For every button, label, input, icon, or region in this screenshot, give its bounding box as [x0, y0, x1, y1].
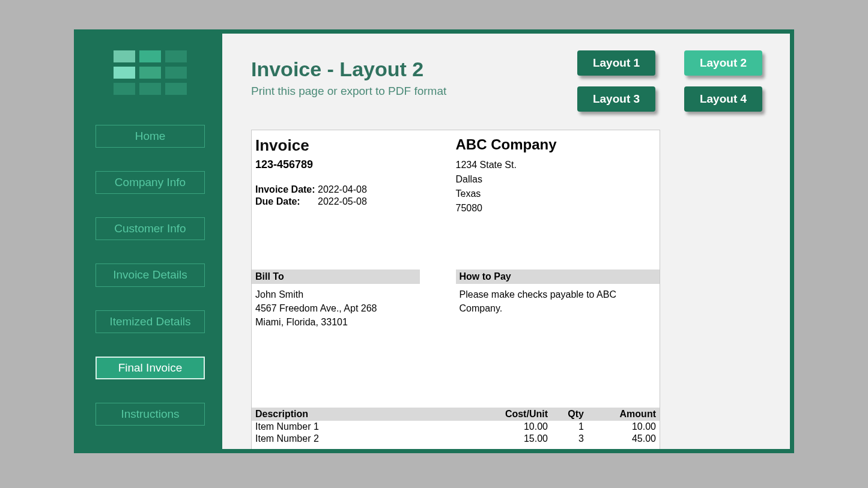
layout-3-button[interactable]: Layout 3 [577, 86, 655, 112]
item-cost: 15.00 [476, 433, 548, 444]
layout-buttons: Layout 1 Layout 2 Layout 3 Layout 4 [577, 50, 762, 112]
bill-to-line: 4567 Freedom Ave., Apt 268 [255, 301, 420, 315]
layout-2-button[interactable]: Layout 2 [684, 50, 762, 76]
company-name: ABC Company [456, 136, 657, 153]
main-content: Invoice - Layout 2 Print this page or ex… [222, 34, 790, 449]
company-address-line: 1234 State St. [456, 158, 657, 172]
due-date-value: 2022-05-08 [318, 196, 367, 207]
how-to-pay-heading: How to Pay [456, 270, 660, 284]
bill-to-heading: Bill To [252, 270, 420, 284]
page-title: Invoice - Layout 2 [251, 58, 577, 81]
logo-icon [114, 50, 187, 95]
item-qty: 1 [548, 421, 584, 432]
due-date-label: Due Date: [255, 196, 318, 207]
sidebar: Home Company Info Customer Info Invoice … [78, 34, 222, 449]
item-amount: 10.00 [584, 421, 656, 432]
sidebar-item-label: Home [135, 130, 166, 143]
col-cost-unit: Cost/Unit [476, 409, 548, 420]
col-amount: Amount [584, 409, 656, 420]
layout-4-button[interactable]: Layout 4 [684, 86, 762, 112]
sidebar-item-instructions[interactable]: Instructions [96, 403, 205, 426]
invoice-heading: Invoice [255, 136, 456, 155]
sidebar-item-label: Itemized Details [109, 315, 190, 328]
title-block: Invoice - Layout 2 Print this page or ex… [251, 50, 577, 98]
sidebar-item-final-invoice[interactable]: Final Invoice [96, 357, 205, 379]
sidebar-item-label: Instructions [121, 408, 179, 421]
bill-to-line: Miami, Florida, 33101 [255, 315, 420, 329]
sidebar-item-label: Company Info [115, 176, 186, 189]
invoice-date-label: Invoice Date: [255, 184, 318, 195]
sidebar-item-itemized-details[interactable]: Itemized Details [96, 310, 205, 333]
invoice-number: 123-456789 [255, 158, 456, 171]
item-desc: Item Number 2 [255, 433, 476, 444]
header-row: Invoice - Layout 2 Print this page or ex… [251, 50, 768, 112]
table-row: Item Number 1 10.00 1 10.00 [252, 421, 660, 433]
page-subtitle: Print this page or export to PDF format [251, 85, 577, 98]
table-row: Item Number 2 15.00 3 45.00 [252, 433, 660, 445]
sidebar-item-company-info[interactable]: Company Info [96, 171, 205, 194]
how-to-pay-body: Please make checks payable to ABC Compan… [456, 284, 660, 315]
company-address-line: Texas [456, 187, 657, 201]
company-address-line: Dallas [456, 172, 657, 187]
company-address-line: 75080 [456, 201, 657, 215]
layout-1-button[interactable]: Layout 1 [577, 50, 655, 76]
item-qty: 3 [548, 433, 584, 444]
sidebar-item-invoice-details[interactable]: Invoice Details [96, 264, 205, 286]
items-header-row: Description Cost/Unit Qty Amount [252, 408, 660, 421]
invoice-date-value: 2022-04-08 [318, 184, 367, 195]
sidebar-item-customer-info[interactable]: Customer Info [96, 217, 205, 240]
col-description: Description [255, 409, 476, 420]
bill-to-line: John Smith [255, 288, 420, 301]
sidebar-item-home[interactable]: Home [96, 125, 205, 148]
invoice-document: Invoice 123-456789 Invoice Date: 2022-04… [251, 130, 660, 449]
item-cost: 10.00 [476, 421, 548, 432]
item-desc: Item Number 1 [255, 421, 476, 432]
sidebar-item-label: Final Invoice [118, 361, 183, 375]
item-amount: 45.00 [584, 433, 656, 444]
app-frame: Home Company Info Customer Info Invoice … [74, 29, 794, 453]
sidebar-item-label: Invoice Details [113, 268, 187, 282]
sidebar-item-label: Customer Info [114, 222, 186, 235]
col-qty: Qty [548, 409, 584, 420]
